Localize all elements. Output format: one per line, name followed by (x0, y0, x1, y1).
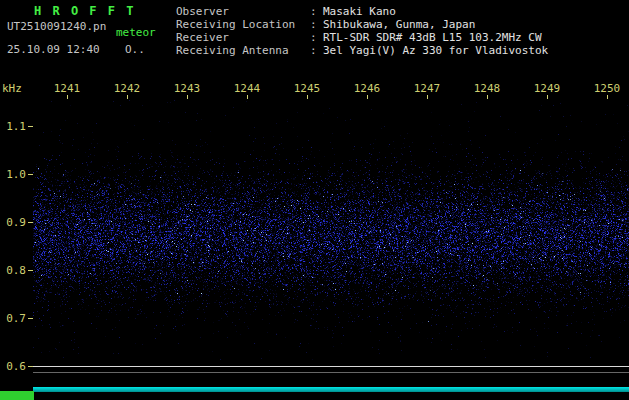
time-axis-label: 1246 (352, 82, 382, 95)
info-colon: : (310, 18, 323, 31)
info-row-observer: Observer : Masaki Kano (176, 5, 548, 18)
station-tag: meteor (116, 26, 156, 39)
time-axis-label: 1250 (592, 82, 622, 95)
info-row-receiver: Receiver : RTL-SDR SDR# 43dB L15 103.2MH… (176, 31, 548, 44)
time-axis-tick (127, 95, 128, 99)
info-colon: : (310, 5, 323, 18)
freq-axis-label: 0.9 (3, 216, 26, 229)
time-axis-tick (487, 95, 488, 99)
time-axis-tick (367, 95, 368, 99)
baseline-bright-line (33, 366, 629, 367)
info-row-receiving-location: Receiving Location : Shibukawa, Gunma, J… (176, 18, 548, 31)
info-value: Masaki Kano (323, 5, 396, 18)
info-row-receiving-antenna: Receiving Antenna : 3el Yagi(V) Az 330 f… (176, 44, 548, 57)
info-label: Receiver (176, 31, 310, 44)
time-axis-tick (547, 95, 548, 99)
info-colon: : (310, 31, 323, 44)
hrofft-screen: { "header": { "app_title": "H R O F F T"… (0, 0, 629, 400)
spectrogram-canvas (33, 100, 629, 388)
info-label: Receiving Location (176, 18, 310, 31)
freq-axis-label: 0.6 (3, 360, 26, 373)
info-label: Receiving Antenna (176, 44, 310, 57)
status-green-marker (0, 391, 34, 400)
time-axis-tick (427, 95, 428, 99)
freq-axis-unit: kHz (2, 82, 22, 95)
date-time: 25.10.09 12:40 (7, 43, 100, 56)
time-axis-label: 1247 (412, 82, 442, 95)
time-axis-label: 1241 (52, 82, 82, 95)
baseline-dim-line (33, 372, 629, 373)
info-value: Shibukawa, Gunma, Japan (323, 18, 475, 31)
info-colon: : (310, 44, 323, 57)
time-axis-label: 1248 (472, 82, 502, 95)
output-filename: UT2510091240.pn (7, 20, 106, 33)
station-info-table: Observer : Masaki Kano Receiving Locatio… (176, 5, 548, 57)
time-axis-label: 1249 (532, 82, 562, 95)
freq-axis-label: 1.0 (3, 168, 26, 181)
freq-axis-label: 1.1 (3, 120, 26, 133)
app-title: H R O F F T (34, 5, 135, 18)
time-axis-tick (247, 95, 248, 99)
freq-axis-label: 0.7 (3, 312, 26, 325)
time-axis-label: 1245 (292, 82, 322, 95)
info-value: 3el Yagi(V) Az 330 for Vladivostok (323, 44, 548, 57)
time-axis-tick (187, 95, 188, 99)
info-value: RTL-SDR SDR# 43dB L15 103.2MHz CW (323, 31, 542, 44)
time-axis-tick (307, 95, 308, 99)
time-axis-tick (607, 95, 608, 99)
time-axis-label: 1242 (112, 82, 142, 95)
freq-axis-label: 0.8 (3, 264, 26, 277)
time-axis-label: 1243 (172, 82, 202, 95)
time-axis-tick (67, 95, 68, 99)
status-chars: O.. (125, 43, 145, 56)
signal-level-bar (33, 387, 629, 392)
info-label: Observer (176, 5, 310, 18)
time-axis-label: 1244 (232, 82, 262, 95)
